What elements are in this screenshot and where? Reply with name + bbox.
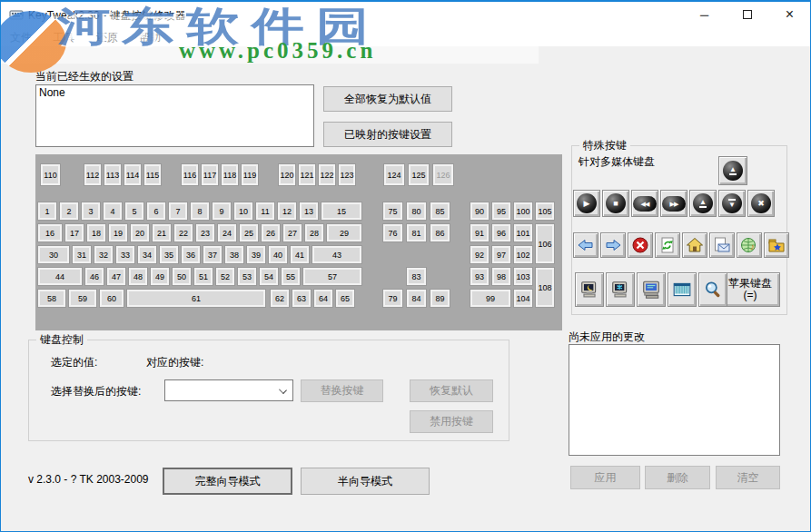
- menu-tools[interactable]: 工具: [44, 27, 84, 49]
- key-11[interactable]: 11: [255, 202, 275, 221]
- forward-button[interactable]: [600, 232, 626, 258]
- key-75[interactable]: 75: [382, 202, 403, 221]
- key-26[interactable]: 26: [261, 223, 281, 242]
- key-34[interactable]: 34: [137, 245, 157, 264]
- key-37[interactable]: 37: [203, 245, 223, 264]
- key-4[interactable]: 4: [103, 202, 123, 221]
- key-5[interactable]: 5: [124, 202, 144, 221]
- key-85[interactable]: 85: [430, 202, 450, 221]
- close-button[interactable]: ×: [769, 2, 810, 27]
- key-105[interactable]: 105: [535, 202, 555, 221]
- key-9[interactable]: 9: [212, 202, 232, 221]
- back-button[interactable]: [573, 232, 598, 258]
- key-44[interactable]: 44: [37, 267, 83, 286]
- full-wizard-mode-button[interactable]: 完整向导模式: [163, 468, 292, 495]
- favorites-button[interactable]: [764, 232, 789, 258]
- key-51[interactable]: 51: [193, 267, 213, 286]
- apply-button[interactable]: 应用: [570, 466, 640, 489]
- key-43[interactable]: 43: [312, 245, 362, 264]
- delete-button[interactable]: 删除: [645, 466, 710, 489]
- key-103[interactable]: 103: [513, 267, 533, 286]
- key-7[interactable]: 7: [168, 202, 188, 221]
- key-121[interactable]: 121: [298, 163, 316, 186]
- key-124[interactable]: 124: [383, 163, 405, 186]
- effective-settings-listbox[interactable]: None: [35, 84, 314, 147]
- key-24[interactable]: 24: [217, 223, 237, 242]
- rewind-button[interactable]: ◀◀: [631, 190, 658, 217]
- volume-up-button[interactable]: ▲: [718, 156, 747, 185]
- key-52[interactable]: 52: [215, 267, 235, 286]
- key-118[interactable]: 118: [221, 163, 239, 186]
- key-36[interactable]: 36: [181, 245, 201, 264]
- key-35[interactable]: 35: [159, 245, 179, 264]
- key-76[interactable]: 76: [382, 223, 403, 242]
- key-41[interactable]: 41: [290, 245, 310, 264]
- key-80[interactable]: 80: [406, 202, 427, 221]
- key-104[interactable]: 104: [513, 289, 533, 308]
- key-22[interactable]: 22: [173, 223, 193, 242]
- key-59[interactable]: 59: [68, 289, 97, 308]
- key-64[interactable]: 64: [313, 289, 333, 308]
- key-125[interactable]: 125: [408, 163, 430, 186]
- key-15[interactable]: 15: [321, 202, 362, 221]
- half-wizard-mode-button[interactable]: 半向导模式: [301, 468, 430, 495]
- sleep-button[interactable]: [575, 272, 604, 307]
- my-computer-button[interactable]: [637, 272, 666, 307]
- key-32[interactable]: 32: [94, 245, 114, 264]
- key-83[interactable]: 83: [406, 267, 427, 286]
- key-62[interactable]: 62: [270, 289, 290, 308]
- key-21[interactable]: 21: [152, 223, 172, 242]
- key-60[interactable]: 60: [99, 289, 124, 308]
- mapped-keys-settings-button[interactable]: 已映射的按键设置: [323, 122, 452, 147]
- key-102[interactable]: 102: [513, 245, 533, 264]
- key-23[interactable]: 23: [195, 223, 215, 242]
- restore-default-button[interactable]: 恢复默认: [410, 379, 493, 402]
- key-89[interactable]: 89: [430, 289, 450, 308]
- fast-forward-button[interactable]: ▶▶: [660, 190, 687, 217]
- calculator-button[interactable]: [668, 272, 697, 307]
- mail-button[interactable]: [709, 232, 735, 258]
- key-91[interactable]: 91: [470, 223, 490, 242]
- key-6[interactable]: 6: [146, 202, 166, 221]
- key-29[interactable]: 29: [326, 223, 362, 242]
- stop-nav-button[interactable]: [628, 232, 653, 258]
- key-19[interactable]: 19: [108, 223, 128, 242]
- key-101[interactable]: 101: [513, 223, 533, 242]
- key-18[interactable]: 18: [86, 223, 106, 242]
- key-86[interactable]: 86: [430, 223, 450, 242]
- key-112[interactable]: 112: [84, 163, 102, 186]
- search-button[interactable]: [698, 272, 727, 307]
- key-117[interactable]: 117: [201, 163, 219, 186]
- home-button[interactable]: [682, 232, 707, 258]
- apple-keyboard-button[interactable]: 苹果键盘 (=): [720, 272, 780, 307]
- key-13[interactable]: 13: [299, 202, 319, 221]
- key-61[interactable]: 61: [126, 289, 266, 308]
- key-115[interactable]: 115: [143, 163, 162, 186]
- key-106[interactable]: 106: [535, 223, 555, 264]
- key-57[interactable]: 57: [302, 267, 362, 286]
- key-49[interactable]: 49: [150, 267, 170, 286]
- key-16[interactable]: 16: [37, 223, 63, 242]
- key-63[interactable]: 63: [292, 289, 312, 308]
- key-50[interactable]: 50: [172, 267, 192, 286]
- key-33[interactable]: 33: [115, 245, 135, 264]
- key-65[interactable]: 65: [335, 289, 355, 308]
- key-122[interactable]: 122: [318, 163, 336, 186]
- menu-restore[interactable]: 还原: [87, 27, 127, 49]
- key-120[interactable]: 120: [278, 163, 296, 186]
- key-99[interactable]: 99: [470, 289, 511, 308]
- key-48[interactable]: 48: [128, 267, 148, 286]
- play-button[interactable]: ▶: [573, 190, 600, 217]
- restore-all-defaults-button[interactable]: 全部恢复为默认值: [323, 86, 452, 112]
- key-28[interactable]: 28: [304, 223, 324, 242]
- key-79[interactable]: 79: [382, 289, 403, 308]
- key-46[interactable]: 46: [84, 267, 104, 286]
- wake-button[interactable]: [606, 272, 635, 307]
- key-81[interactable]: 81: [406, 223, 427, 242]
- clear-button[interactable]: 清空: [716, 466, 780, 489]
- key-98[interactable]: 98: [491, 267, 511, 286]
- key-84[interactable]: 84: [406, 289, 427, 308]
- stop-button[interactable]: ■: [602, 190, 629, 217]
- replacement-key-combobox[interactable]: [164, 379, 293, 401]
- maximize-button[interactable]: [727, 2, 767, 27]
